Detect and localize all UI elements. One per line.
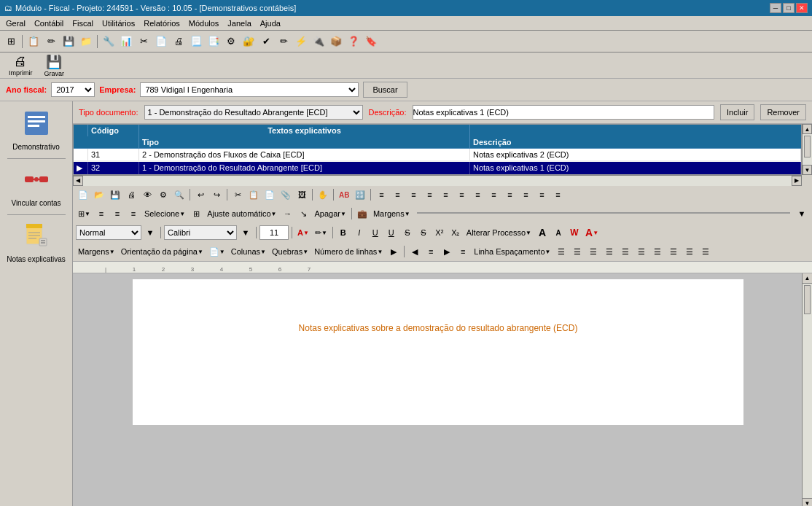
ano-select[interactable]: 2017	[51, 82, 95, 97]
menu-contabil[interactable]: Contábil	[30, 17, 68, 29]
list10-btn[interactable]: ☰	[698, 244, 713, 259]
gravar-button[interactable]: 💾 Gravar	[42, 52, 68, 79]
align-center-btn[interactable]: ≡	[423, 244, 438, 259]
hscroll-track[interactable]	[83, 176, 792, 186]
page-size-btn[interactable]: 📄 ▼	[207, 244, 227, 259]
fontsize-down-btn[interactable]: A	[551, 225, 566, 240]
strikethrough2-btn[interactable]: S	[416, 225, 431, 240]
tb-icon-21[interactable]: 🔖	[363, 34, 379, 50]
list6-btn[interactable]: ☰	[634, 244, 649, 259]
etb-copy[interactable]: 📋	[246, 187, 261, 202]
hscroll-right[interactable]: ▶	[792, 176, 802, 186]
etb-preview[interactable]: 👁	[140, 187, 155, 202]
tb-icon-3[interactable]: ✏	[43, 34, 59, 50]
etb-align5[interactable]: ≡	[438, 187, 453, 202]
tb-icon-15[interactable]: ✔	[258, 34, 274, 50]
etb-apagar[interactable]: Apagar ▼	[313, 206, 348, 221]
ms-word-btn[interactable]: W	[567, 225, 582, 240]
etb-align9[interactable]: ≡	[502, 187, 517, 202]
etb-right1[interactable]: →	[281, 206, 295, 221]
font-name-btn[interactable]: ▼	[238, 225, 253, 240]
tb-icon-12[interactable]: 📑	[206, 34, 222, 50]
font-color-btn[interactable]: A ▼	[295, 225, 311, 240]
sidebar-item-notas[interactable]: Notas explicativas	[4, 219, 69, 266]
close-button[interactable]: ✕	[796, 3, 808, 13]
etb-align12[interactable]: ≡	[550, 187, 565, 202]
bold-btn[interactable]: B	[336, 225, 351, 240]
etb-save[interactable]: 💾	[108, 187, 122, 202]
subscript-btn[interactable]: X₂	[448, 225, 463, 240]
menu-relatorios[interactable]: Relatórios	[139, 17, 184, 29]
hscroll-left[interactable]: ◀	[73, 176, 83, 186]
strikethrough-btn[interactable]: S	[400, 225, 415, 240]
etb-format[interactable]: 🔡	[353, 187, 367, 202]
menu-geral[interactable]: Geral	[1, 17, 30, 29]
empresa-select[interactable]: 789 Vidigal I Engenharia	[140, 82, 359, 97]
tb-icon-16[interactable]: ✏	[276, 34, 292, 50]
table-vscroll[interactable]: ▲ ▼	[802, 124, 812, 175]
menu-utilitarios[interactable]: Utilitários	[98, 17, 139, 29]
etb-briefcase[interactable]: 💼	[355, 206, 370, 221]
etb-align1[interactable]: ≡	[374, 187, 389, 202]
list-btn[interactable]: ☰	[554, 244, 569, 259]
etb-align7[interactable]: ≡	[470, 187, 485, 202]
tb-icon-6[interactable]: 🔧	[101, 34, 117, 50]
quebras-menu[interactable]: Quebras ▼	[270, 244, 311, 259]
tb-icon-20[interactable]: ❓	[346, 34, 362, 50]
align-justify-btn[interactable]: ≡	[456, 244, 470, 259]
doc-vscroll-thumb[interactable]	[804, 285, 811, 314]
etb-ab[interactable]: AB	[337, 187, 351, 202]
etb-open[interactable]: 📂	[92, 187, 106, 202]
align-right-btn[interactable]: ▶	[440, 244, 454, 259]
tb-icon-13[interactable]: ⚙	[223, 34, 239, 50]
doc-vscroll-down[interactable]: ▼	[803, 498, 812, 506]
minimize-button[interactable]: ─	[770, 3, 781, 13]
vscroll-thumb[interactable]	[804, 136, 811, 157]
list3-btn[interactable]: ☰	[586, 244, 601, 259]
etb-align11[interactable]: ≡	[534, 187, 549, 202]
etb-config[interactable]: ⚙	[156, 187, 171, 202]
menu-ajuda[interactable]: Ajuda	[256, 17, 285, 29]
doc-area[interactable]: Notas explicativas sobre a demostração d…	[73, 273, 812, 506]
font-style-btn[interactable]: ▼	[143, 225, 157, 240]
highlight-btn[interactable]: ✏ ▼	[313, 225, 329, 240]
doc-vscroll[interactable]: ▲ ▼	[802, 273, 812, 506]
menu-janela[interactable]: Janela	[223, 17, 255, 29]
color-picker-btn[interactable]: A ▼	[583, 225, 601, 240]
etb-align6[interactable]: ≡	[454, 187, 469, 202]
etb-selecione[interactable]: Selecione ▼	[142, 206, 187, 221]
etb-margens[interactable]: Margens ▼	[371, 206, 413, 221]
etb-t2[interactable]: ≡	[110, 206, 125, 221]
alterar-processo-btn[interactable]: Alterar Processo ▼	[464, 225, 534, 240]
underline2-btn[interactable]: U	[384, 225, 399, 240]
etb-right2[interactable]: ↘	[297, 206, 311, 221]
etb-align4[interactable]: ≡	[422, 187, 437, 202]
font-size-input[interactable]	[259, 225, 289, 240]
table-row[interactable]: ▶ 32 1 - Demonstração do Resultado Abran…	[74, 162, 801, 174]
tb-icon-14[interactable]: 🔐	[241, 34, 257, 50]
list9-btn[interactable]: ☰	[682, 244, 697, 259]
superscript-btn[interactable]: X²	[432, 225, 447, 240]
list5-btn[interactable]: ☰	[618, 244, 633, 259]
etb-align8[interactable]: ≡	[486, 187, 501, 202]
restore-button[interactable]: □	[783, 3, 795, 13]
font-name-select[interactable]: Calibri	[164, 225, 237, 240]
tipo-select[interactable]: 1 - Demonstração do Resultado Abrangente…	[144, 105, 363, 120]
sidebar-item-vincular[interactable]: Vincular contas	[4, 163, 69, 210]
linha-espac-menu[interactable]: Linha Espaçamento ▼	[472, 244, 553, 259]
tb-icon-10[interactable]: 🖨	[171, 34, 187, 50]
etb-undo[interactable]: ↩	[193, 187, 208, 202]
etb-pastespecial[interactable]: 📎	[278, 187, 293, 202]
tb-icon-5[interactable]: 📁	[78, 34, 94, 50]
align-left-btn[interactable]: ◀	[407, 244, 422, 259]
buscar-button[interactable]: Buscar	[363, 82, 407, 98]
etb-grid[interactable]: ⊞	[189, 206, 203, 221]
tb-icon-1[interactable]: ⊞	[3, 34, 19, 50]
etb-align10[interactable]: ≡	[518, 187, 533, 202]
desc-input[interactable]	[413, 105, 715, 120]
tb-icon-4[interactable]: 💾	[60, 34, 77, 50]
tb-icon-17[interactable]: ⚡	[293, 34, 309, 50]
etb-paste[interactable]: 📄	[262, 187, 277, 202]
margens-menu[interactable]: Margens ▼	[76, 244, 117, 259]
list4-btn[interactable]: ☰	[602, 244, 617, 259]
